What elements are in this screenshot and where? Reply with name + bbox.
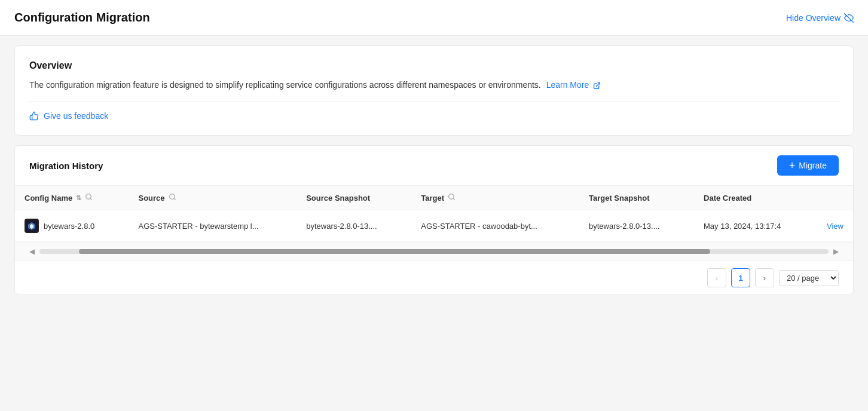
page-size-select[interactable]: 20 / page 50 / page 100 / page [779,270,839,286]
migration-table: Config Name ⇅ Sourc [15,186,853,242]
td-target: AGS-STARTER - cawoodab-byt... [411,210,579,242]
migration-history-header: Migration History + Migrate [15,146,853,186]
page-1-label: 1 [738,274,742,283]
next-icon: › [763,274,766,283]
prev-icon: ‹ [716,274,718,283]
scrollbar-thumb [79,249,710,254]
th-source-label: Source [138,194,164,203]
scroll-right-arrow[interactable]: ▶ [833,247,839,256]
table-head: Config Name ⇅ Sourc [15,186,853,210]
th-source-snapshot-label: Source Snapshot [306,194,370,203]
overview-title: Overview [29,60,839,71]
td-source: AGS-STARTER - bytewarstemp l... [129,210,297,242]
th-config-name: Config Name ⇅ [15,186,129,210]
svg-line-3 [90,198,91,200]
search-icon-target[interactable] [448,193,456,203]
td-config-name: bytewars-2.8.0 [15,210,129,242]
table-row: bytewars-2.8.0 AGS-STARTER - bytewarstem… [15,210,853,242]
migration-history-title: Migration History [29,161,103,171]
page-header: Configuration Migration Hide Overview [0,0,868,36]
migrate-button[interactable]: + Migrate [777,155,839,176]
migrate-plus-icon: + [789,160,796,171]
th-target: Target [411,186,579,210]
feedback-button[interactable]: Give us feedback [29,111,108,121]
migration-history-card: Migration History + Migrate Config Name … [14,145,854,295]
th-date-created-label: Date Created [704,194,751,203]
th-source: Source [129,186,297,210]
td-source-snapshot: bytewars-2.8.0-13.... [297,210,411,242]
prev-page-button[interactable]: ‹ [707,268,726,287]
learn-more-link[interactable]: Learn More [546,80,601,90]
overview-card: Overview The configuration migration fea… [14,45,854,136]
svg-line-1 [597,82,600,86]
next-page-button[interactable]: › [755,268,774,287]
td-date-created: May 13, 2024, 13:17:4 [694,210,817,242]
th-target-label: Target [421,194,444,203]
search-icon-config-name[interactable] [85,193,93,203]
td-action: View [817,210,853,242]
th-config-name-label: Config Name [25,194,72,203]
hide-overview-button[interactable]: Hide Overview [786,13,854,23]
hide-overview-label: Hide Overview [786,13,841,23]
overview-divider [29,101,839,102]
app-icon [25,219,39,233]
page-1-button[interactable]: 1 [731,268,750,287]
td-target-snapshot: bytewars-2.8.0-13.... [579,210,694,242]
horizontal-scrollbar[interactable] [39,249,829,254]
scroll-left-arrow[interactable]: ◀ [29,247,35,256]
thumbs-up-icon [29,111,39,121]
external-link-icon [593,82,601,90]
eye-off-icon [844,13,854,23]
th-date-created: Date Created [694,186,817,210]
scrollbar-area: ◀ ▶ [15,242,853,260]
pagination-bar: ‹ 1 › 20 / page 50 / page 100 / page [15,260,853,295]
overview-description: The configuration migration feature is d… [29,78,839,91]
svg-line-7 [453,198,454,200]
learn-more-label: Learn More [546,80,589,90]
table-wrapper: Config Name ⇅ Sourc [15,186,853,242]
feedback-label: Give us feedback [44,111,108,121]
migrate-btn-label: Migrate [799,161,827,170]
bytewars-icon [26,220,38,232]
th-source-snapshot: Source Snapshot [297,186,411,210]
sort-icon-config-name[interactable]: ⇅ [76,195,81,201]
table-header-row: Config Name ⇅ Sourc [15,186,853,210]
th-target-snapshot-label: Target Snapshot [589,194,650,203]
th-action [817,186,853,210]
page-title: Configuration Migration [14,11,150,24]
search-icon-source[interactable] [169,193,176,203]
view-button[interactable]: View [827,222,843,231]
content-area: Overview The configuration migration fea… [0,36,868,305]
overview-description-text: The configuration migration feature is d… [29,80,541,90]
th-target-snapshot: Target Snapshot [579,186,694,210]
scrollbar-row: ◀ ▶ [29,247,839,256]
table-body: bytewars-2.8.0 AGS-STARTER - bytewarstem… [15,210,853,242]
config-name-value: bytewars-2.8.0 [44,222,94,231]
svg-line-5 [174,198,175,200]
